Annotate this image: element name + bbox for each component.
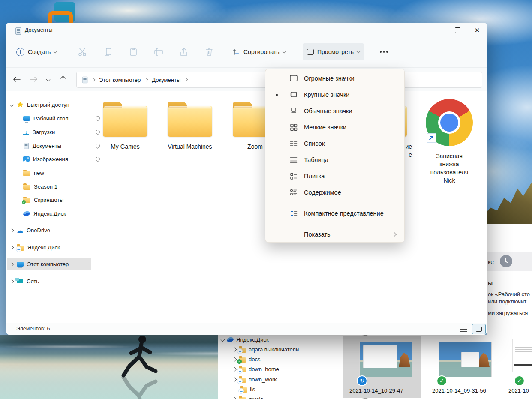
sidebar-label: Загрузки (33, 129, 55, 135)
chrome-shortcut-tile[interactable]: Записная книжка пользователя Nick (419, 98, 479, 185)
thumbnail-dark-bar (514, 364, 532, 366)
tree-label: aqara выключатели (249, 346, 299, 353)
sidebar-item-season1[interactable]: Season 1 (7, 180, 104, 192)
tree-item-aqara[interactable]: ☁ aqara выключатели (218, 345, 299, 354)
menu-item-compact-view[interactable]: Компактное представление (265, 205, 404, 222)
menu-item-list[interactable]: Список (265, 135, 404, 152)
menu-label: Мелкие значки (304, 124, 346, 131)
chevron-right-icon[interactable] (10, 245, 14, 249)
chevron-down-icon[interactable] (221, 338, 225, 342)
sidebar-item-yandex-disk-quick[interactable]: Яндекс.Диск (7, 207, 104, 219)
sidebar-item-pictures[interactable]: Изображения (7, 153, 104, 165)
chevron-right-icon[interactable] (233, 348, 237, 352)
sidebar-item-yandex-disk[interactable]: ☁ Яндекс.Диск (7, 241, 91, 253)
view-dropdown-menu: Огромные значки Крупные значки Обычные з… (265, 69, 405, 243)
chevron-right-icon[interactable] (233, 367, 237, 372)
toolbar-separator (224, 48, 224, 57)
thumbnail-image-1[interactable] (359, 342, 412, 377)
tree-item-docs[interactable]: ✓ docs (218, 354, 260, 364)
sort-button[interactable]: Сортировать (227, 43, 290, 60)
tree-item-yandex-disk-root[interactable]: Яндекс.Диск (218, 335, 269, 345)
folder-tile-virtual-machines[interactable]: Virtual Machines (160, 98, 220, 151)
thumbnail-image-3[interactable] (512, 339, 532, 372)
sidebar-item-screenshots[interactable]: ✓ Скриншоты (7, 194, 104, 206)
chevron-right-icon[interactable] (10, 279, 14, 283)
menu-item-tiles[interactable]: Плитка (265, 168, 404, 184)
menu-label: Плитка (304, 173, 325, 180)
sidebar-item-desktop[interactable]: Рабочий стол (7, 112, 104, 124)
sidebar-item-network[interactable]: Сеть (7, 275, 91, 287)
menu-item-large-icons[interactable]: Крупные значки (265, 87, 404, 103)
chevron-right-icon[interactable] (233, 378, 237, 382)
breadcrumb-this-pc[interactable]: Этот компьютер (99, 77, 141, 83)
chevron-down-icon[interactable] (10, 102, 14, 107)
delete-icon[interactable] (204, 47, 214, 57)
menu-item-content[interactable]: Содержимое (265, 184, 404, 201)
more-options-button[interactable] (380, 51, 388, 53)
rename-icon[interactable] (153, 47, 164, 57)
tree-item-down-work[interactable]: ☁ down_work (218, 375, 277, 384)
chevron-right-icon[interactable] (233, 357, 237, 362)
chevron-right-icon[interactable] (10, 228, 14, 232)
list-view-toggle[interactable] (458, 325, 469, 333)
sidebar-item-quick-access[interactable]: Быстрый доступ (7, 99, 91, 111)
content-icon (289, 187, 299, 198)
this-pc-icon (17, 262, 24, 267)
thumbnail-label[interactable]: 2021-10-14_10-29-47 (349, 387, 403, 394)
document-icon (24, 143, 29, 149)
menu-separator (266, 203, 403, 203)
tree-label: ils (250, 386, 255, 393)
tree-label: music (249, 396, 263, 399)
minimize-button[interactable] (428, 23, 448, 37)
folder-icon (23, 185, 30, 190)
thumbnail-label[interactable]: 2021-10 (508, 387, 529, 394)
compact-view-icon (289, 208, 299, 219)
breadcrumb-separator-icon (184, 78, 188, 81)
tree-item-music[interactable]: music (218, 394, 263, 399)
side-panel-text: или подключит (488, 298, 526, 305)
sidebar-label: Сеть (27, 278, 39, 285)
cut-icon[interactable] (77, 47, 87, 57)
thumbnail-label[interactable]: 2021-10-14_09-31-56 (432, 387, 486, 394)
menu-label: Крупные значки (304, 91, 349, 98)
tree-item-ils[interactable]: ☁ ils (218, 384, 255, 394)
menu-separator (266, 224, 403, 224)
tree-label: down_home (249, 366, 279, 372)
sidebar-item-onedrive[interactable]: ☁ OneDrive (7, 224, 91, 236)
chevron-right-icon[interactable] (233, 397, 237, 399)
maximize-button[interactable] (448, 23, 467, 37)
forward-button[interactable] (27, 71, 41, 88)
clock-icon[interactable] (500, 255, 512, 267)
share-icon[interactable] (179, 47, 189, 57)
menu-label: Показать (304, 231, 331, 238)
large-icons-view-toggle[interactable] (472, 324, 486, 334)
up-button[interactable] (56, 71, 70, 88)
menu-item-medium-icons[interactable]: Обычные значки (265, 103, 404, 119)
menu-label: Содержимое (304, 189, 341, 196)
sidebar-label: Яндекс.Диск (27, 244, 60, 251)
menu-item-show[interactable]: Показать (265, 226, 404, 243)
breadcrumb-documents[interactable]: Документы (152, 77, 180, 83)
menu-item-details[interactable]: Таблица (265, 152, 404, 168)
sidebar-item-new[interactable]: new (7, 167, 104, 179)
paste-icon[interactable] (128, 47, 138, 57)
onedrive-cloud-icon: ☁ (17, 227, 23, 234)
close-button[interactable]: ✕ (467, 23, 487, 37)
sidebar-item-downloads[interactable]: ↓ Загрузки (7, 126, 104, 138)
back-button[interactable] (9, 71, 24, 88)
folder-tile-my-games[interactable]: My Games (95, 98, 155, 151)
menu-label: Компактное представление (304, 210, 384, 217)
sidebar-item-this-pc[interactable]: Этот компьютер (7, 258, 91, 270)
recent-locations-button[interactable] (43, 71, 53, 88)
tree-label: Яндекс.Диск (236, 336, 269, 343)
thumbnail-image-2[interactable] (439, 342, 492, 377)
sidebar-item-documents[interactable]: Документы (7, 140, 104, 152)
copy-icon[interactable] (103, 47, 113, 57)
menu-item-extra-large-icons[interactable]: Огромные значки (265, 70, 404, 87)
menu-item-small-icons[interactable]: Мелкие значки (265, 119, 404, 135)
breadcrumb-separator-icon (92, 78, 95, 81)
chevron-right-icon[interactable] (10, 262, 14, 266)
create-button[interactable]: Создать (12, 43, 61, 60)
tree-item-down-home[interactable]: ☁ down_home (218, 364, 279, 374)
view-button[interactable]: Просмотреть (303, 43, 364, 60)
